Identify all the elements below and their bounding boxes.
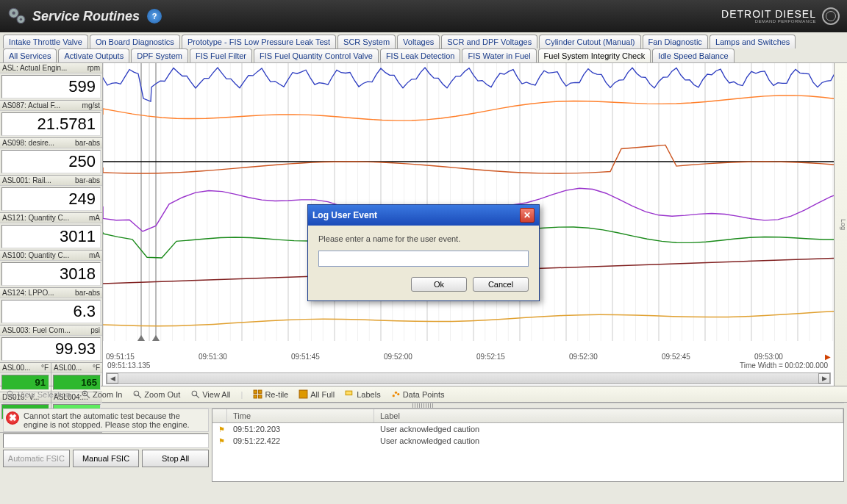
tab-bars: Intake Throttle ValveOn Board Diagnostic…	[0, 32, 847, 62]
tab-scr-and-dpf-voltages[interactable]: SCR and DPF Voltages	[441, 35, 537, 48]
tab-intake-throttle-valve[interactable]: Intake Throttle Valve	[3, 35, 88, 48]
tab-fis-water-in-fuel[interactable]: FIS Water in Fuel	[462, 48, 536, 62]
tab-fuel-system-integrity-check[interactable]: Fuel System Integrity Check	[538, 48, 651, 62]
svg-point-22	[397, 393, 399, 395]
dialog-title: Log User Event	[312, 210, 377, 220]
test-control-panel: ✖ Cannot start the automatic test becaus…	[3, 408, 209, 482]
error-icon: ✖	[6, 411, 19, 425]
allfull-button[interactable]: All Full	[299, 389, 335, 399]
svg-rect-16	[254, 395, 257, 398]
tab-scr-system[interactable]: SCR System	[337, 35, 396, 48]
col-label[interactable]: Label	[374, 409, 843, 422]
svg-line-10	[138, 395, 141, 398]
time-tick: 09:52:00	[384, 353, 412, 361]
cursor-time: 09:51:13.135	[107, 361, 150, 370]
meter: AS124: LPPO...bar-abs6.3	[0, 288, 102, 325]
svg-rect-17	[259, 395, 262, 398]
svg-point-1	[12, 12, 15, 15]
time-tick: 09:52:15	[476, 353, 505, 361]
time-width: Time Width = 00:02:00.000	[740, 361, 828, 370]
table-row[interactable]: ⚑09:51:22.422User acknowledged caution	[212, 435, 843, 447]
meter: AS121: Quantity C...mA3011	[0, 213, 102, 251]
tab-cylinder-cutout-manual-[interactable]: Cylinder Cutout (Manual)	[539, 35, 640, 48]
dialog-prompt: Please enter a name for the user event.	[318, 234, 529, 243]
viewall-button[interactable]: View All	[190, 389, 230, 399]
meter: ASL: Actual Engin...rpm599	[0, 63, 102, 101]
time-tick: 09:53:00	[754, 353, 783, 361]
manual-fsic-button[interactable]: Manual FSIC	[73, 450, 140, 467]
tab-idle-speed-balance[interactable]: Idle Speed Balance	[652, 48, 734, 62]
svg-text:-: -	[135, 391, 137, 396]
meter: AS098: desire...bar-abs250	[0, 138, 102, 176]
meter-small: ASL00...°F165	[51, 363, 102, 392]
meter: ASL003: Fuel Com...psi99.93	[0, 325, 102, 363]
tab-lamps-and-switches[interactable]: Lamps and Switches	[710, 35, 796, 48]
tab-on-board-diagnostics[interactable]: On Board Diagnostics	[90, 35, 180, 48]
meter: ASL001: Rail...bar-abs249	[0, 176, 102, 213]
svg-point-3	[20, 18, 22, 21]
svg-rect-14	[254, 390, 257, 393]
dialog-titlebar[interactable]: Log User Event ✕	[308, 205, 539, 226]
overflow-arrow-icon: ▶	[825, 353, 831, 361]
h-scrollbar[interactable]: ◀ ▶	[106, 372, 831, 384]
side-tab[interactable]: Log	[834, 63, 847, 386]
tab-voltages[interactable]: Voltages	[397, 35, 440, 48]
time-tick: 09:51:15	[106, 353, 135, 361]
zoomin-button[interactable]: +Zoom In	[81, 389, 122, 399]
stop-all-button[interactable]: Stop All	[142, 450, 209, 467]
meter-panel: ASL: Actual Engin...rpm599AS087: Actual …	[0, 63, 103, 386]
meter-small: ASL00...°F91	[0, 363, 51, 392]
scroll-left-icon[interactable]: ◀	[107, 373, 118, 384]
zoomout-button[interactable]: -Zoom Out	[132, 389, 180, 399]
tab-fis-leak-detection[interactable]: FIS Leak Detection	[380, 48, 461, 62]
svg-rect-19	[346, 391, 352, 395]
error-message: ✖ Cannot start the automatic test becaus…	[3, 408, 209, 432]
event-name-input[interactable]	[318, 251, 529, 267]
app-header: Service Routines ? DETROIT DIESEL DEMAND…	[0, 0, 847, 32]
svg-point-21	[395, 392, 397, 394]
tab-all-services[interactable]: All Services	[3, 48, 57, 62]
splitter[interactable]	[3, 403, 844, 408]
gear-icon	[7, 7, 26, 26]
col-time[interactable]: Time	[227, 409, 374, 422]
tab-fis-fuel-quantity-control-valve[interactable]: FIS Fuel Quantity Control Valve	[254, 48, 379, 62]
time-tick: 09:51:45	[291, 353, 320, 361]
svg-point-20	[392, 395, 394, 397]
table-row[interactable]: ⚑09:51:20.203User acknowledged caution	[212, 423, 843, 435]
svg-line-13	[196, 395, 199, 398]
meter: AS087: Actual F...mg/st21.5781	[0, 101, 102, 138]
brand: DETROIT DIESEL DEMAND PERFORMANCE	[721, 7, 840, 25]
svg-text:+: +	[83, 391, 86, 396]
ok-button[interactable]: Ok	[411, 277, 467, 292]
close-icon[interactable]: ✕	[520, 208, 535, 223]
tab-dpf-system[interactable]: DPF System	[131, 48, 188, 62]
time-tick: 09:52:45	[662, 353, 690, 361]
tab-activate-outputs[interactable]: Activate Outputs	[58, 48, 129, 62]
tab-fan-diagnostic[interactable]: Fan Diagnostic	[643, 35, 708, 48]
svg-rect-15	[259, 390, 262, 393]
tab-row-1: Intake Throttle ValveOn Board Diagnostic…	[0, 35, 847, 48]
svg-line-5	[12, 395, 15, 398]
labels-button[interactable]: Labels	[345, 389, 380, 399]
auto-fsic-button[interactable]: Automatic FSIC	[3, 450, 70, 467]
help-icon[interactable]: ?	[147, 9, 162, 24]
time-tick: 09:52:30	[569, 353, 598, 361]
svg-rect-18	[299, 390, 307, 398]
meter: AS100: Quantity C...mA3018	[0, 251, 102, 288]
time-tick: 09:51:30	[199, 353, 227, 361]
page-title: Service Routines	[32, 9, 140, 24]
scroll-right-icon[interactable]: ▶	[818, 373, 830, 384]
log-user-event-dialog: Log User Event ✕ Please enter a name for…	[307, 204, 540, 301]
event-table: Time Label ⚑09:51:20.203User acknowledge…	[212, 408, 844, 482]
command-input[interactable]	[3, 433, 209, 448]
viewselection-button[interactable]: View Selection	[6, 389, 71, 399]
brand-logo-icon	[822, 7, 840, 25]
svg-line-7	[87, 395, 90, 398]
tab-row-2: All ServicesActivate OutputsDPF SystemFI…	[0, 48, 847, 62]
tab-prototype-fis-low-pressure-leak-test[interactable]: Prototype - FIS Low Pressure Leak Test	[182, 35, 336, 48]
retile-button[interactable]: Re-tile	[253, 389, 288, 399]
chart-toolbar: View Selection +Zoom In -Zoom Out View A…	[0, 386, 847, 403]
datapoints-button[interactable]: Data Points	[391, 389, 445, 399]
tab-fis-fuel-filter[interactable]: FIS Fuel Filter	[190, 48, 252, 62]
cancel-button[interactable]: Cancel	[473, 277, 529, 292]
